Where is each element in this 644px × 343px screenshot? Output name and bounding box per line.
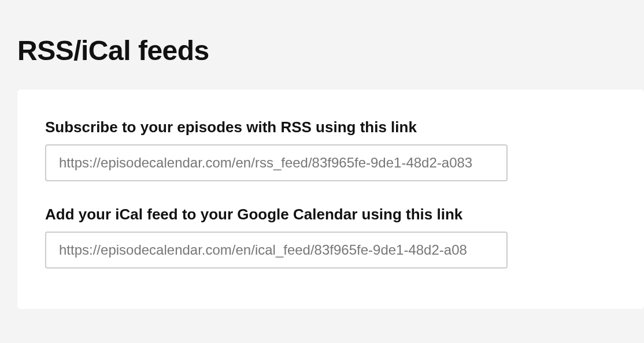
ical-feed-input[interactable] (45, 232, 508, 269)
page-title: RSS/iCal feeds (0, 0, 644, 90)
rss-feed-group: Subscribe to your episodes with RSS usin… (45, 118, 616, 181)
ical-feed-label: Add your iCal feed to your Google Calend… (45, 206, 616, 223)
rss-feed-input[interactable] (45, 144, 508, 181)
ical-feed-group: Add your iCal feed to your Google Calend… (45, 206, 616, 269)
rss-feed-label: Subscribe to your episodes with RSS usin… (45, 118, 616, 136)
feeds-card: Subscribe to your episodes with RSS usin… (17, 90, 644, 309)
